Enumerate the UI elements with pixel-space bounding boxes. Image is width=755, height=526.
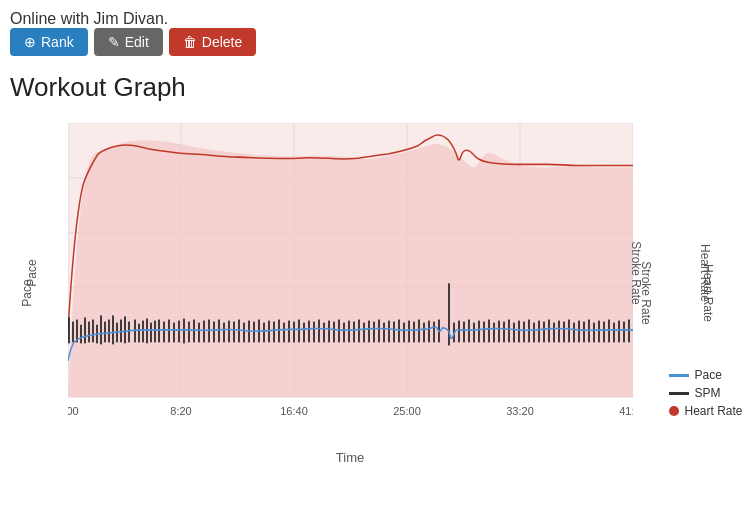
svg-rect-105: [508, 320, 510, 343]
svg-rect-116: [563, 322, 565, 343]
spm-line-icon: [669, 392, 689, 395]
svg-rect-47: [213, 322, 215, 343]
svg-rect-87: [413, 322, 415, 343]
svg-rect-34: [150, 323, 152, 343]
svg-rect-20: [92, 320, 94, 343]
svg-rect-85: [403, 323, 405, 343]
svg-rect-76: [358, 320, 360, 343]
svg-rect-14: [68, 317, 70, 343]
svg-rect-122: [593, 323, 595, 343]
svg-rect-114: [553, 323, 555, 343]
rank-label: Rank: [41, 34, 74, 50]
svg-text:25:00: 25:00: [393, 405, 421, 417]
svg-rect-23: [104, 322, 106, 343]
svg-rect-75: [353, 322, 355, 343]
svg-rect-31: [138, 324, 140, 343]
svg-rect-28: [124, 316, 126, 343]
svg-rect-104: [503, 322, 505, 343]
delete-button[interactable]: 🗑 Delete: [169, 28, 256, 56]
svg-rect-99: [478, 321, 480, 343]
svg-rect-37: [163, 322, 165, 343]
svg-rect-117: [568, 320, 570, 343]
svg-rect-106: [513, 323, 515, 343]
svg-rect-127: [618, 321, 620, 343]
svg-rect-82: [388, 321, 390, 343]
svg-rect-113: [548, 320, 550, 343]
svg-rect-70: [328, 321, 330, 343]
svg-rect-15: [72, 322, 74, 343]
svg-rect-101: [488, 320, 490, 343]
svg-rect-19: [88, 322, 90, 343]
spm-legend-label: SPM: [694, 386, 720, 400]
left-axis-label: Pace: [24, 259, 38, 286]
pace-line-icon: [669, 374, 689, 377]
svg-rect-63: [293, 322, 295, 343]
workout-graph: Pace Stroke Rate Heart Rate: [13, 113, 743, 473]
svg-rect-102: [493, 323, 495, 343]
svg-text:16:40: 16:40: [280, 405, 308, 417]
delete-icon: 🗑: [183, 34, 197, 50]
rank-button[interactable]: ⊕ Rank: [10, 28, 88, 56]
svg-rect-42: [188, 322, 190, 343]
svg-rect-69: [323, 323, 325, 343]
svg-rect-128: [623, 322, 625, 343]
svg-rect-17: [80, 325, 82, 344]
svg-rect-107: [518, 321, 520, 343]
svg-rect-125: [608, 320, 610, 343]
svg-rect-126: [613, 323, 615, 343]
svg-rect-39: [173, 323, 175, 343]
svg-rect-49: [223, 323, 225, 343]
edit-button[interactable]: ✎ Edit: [94, 28, 163, 56]
legend-hr: Heart Rate: [669, 404, 742, 418]
svg-rect-78: [368, 321, 370, 343]
svg-rect-74: [348, 321, 350, 343]
legend-pace: Pace: [669, 368, 742, 382]
edit-icon: ✎: [108, 34, 120, 50]
top-bar: Online with Jim Divan.: [10, 10, 745, 28]
svg-rect-40: [178, 321, 180, 343]
hr-legend-label: Heart Rate: [684, 404, 742, 418]
svg-rect-50: [228, 321, 230, 343]
svg-rect-18: [84, 317, 86, 343]
svg-rect-43: [193, 320, 195, 343]
hr-dot-icon: [669, 406, 679, 416]
hr-axis-label-2: Heart Rate: [698, 244, 712, 302]
svg-rect-48: [218, 320, 220, 343]
svg-rect-96: [463, 322, 465, 343]
svg-rect-67: [313, 322, 315, 343]
status-text: Online with Jim Divan.: [10, 10, 168, 27]
edit-label: Edit: [125, 34, 149, 50]
svg-rect-81: [383, 323, 385, 343]
svg-rect-68: [318, 320, 320, 343]
svg-rect-62: [288, 321, 290, 343]
svg-rect-98: [473, 323, 475, 343]
svg-rect-123: [598, 321, 600, 343]
svg-text:41:40: 41:40: [619, 405, 633, 417]
svg-rect-79: [373, 322, 375, 343]
svg-rect-45: [203, 321, 205, 343]
svg-rect-86: [408, 321, 410, 343]
svg-rect-90: [428, 321, 430, 343]
svg-rect-57: [263, 323, 265, 343]
svg-rect-80: [378, 320, 380, 343]
svg-rect-84: [398, 320, 400, 343]
spm-axis-label-2: Stroke Rate: [629, 241, 643, 304]
svg-rect-103: [498, 321, 500, 343]
svg-rect-61: [283, 323, 285, 343]
svg-rect-65: [303, 323, 305, 343]
x-axis-label: Time: [336, 450, 364, 465]
svg-rect-59: [273, 322, 275, 343]
svg-rect-60: [278, 320, 280, 343]
svg-rect-44: [198, 323, 200, 343]
svg-rect-111: [538, 321, 540, 343]
svg-rect-91: [433, 322, 435, 343]
chart-legend: Pace SPM Heart Rate: [669, 368, 742, 418]
svg-rect-73: [343, 323, 345, 343]
rank-icon: ⊕: [24, 34, 36, 50]
pace-legend-label: Pace: [694, 368, 721, 382]
chart-svg: 1:36 2:00 2:24 2:48 3:12 3:36 40 32 24 1…: [68, 123, 633, 423]
svg-rect-95: [458, 321, 460, 343]
svg-rect-115: [558, 321, 560, 343]
svg-rect-29: [128, 322, 130, 343]
svg-rect-66: [308, 321, 310, 343]
